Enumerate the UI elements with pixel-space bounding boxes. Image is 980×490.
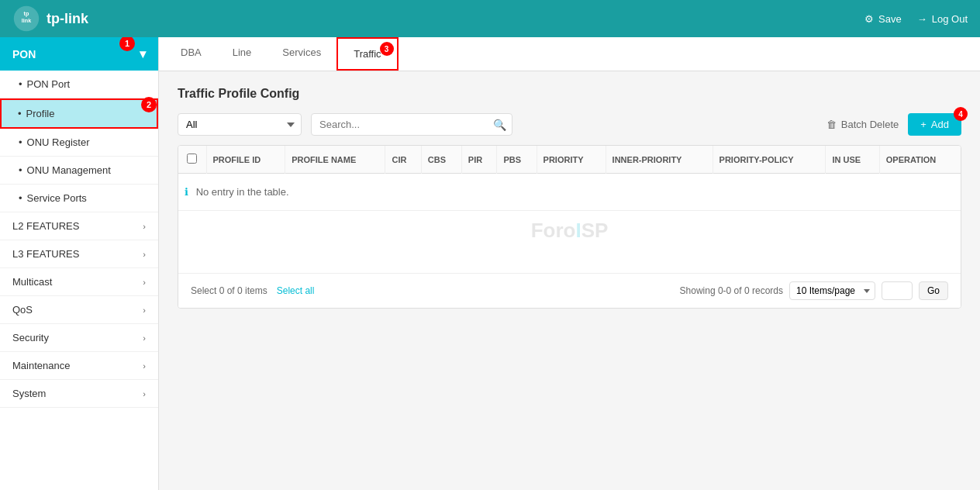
go-button[interactable]: Go bbox=[919, 281, 948, 300]
col-inner-priority: INNER-PRIORITY bbox=[606, 146, 713, 174]
batch-delete-label: Batch Delete bbox=[841, 119, 899, 130]
l2-label: L2 FEATURES bbox=[12, 220, 79, 232]
col-profile-id: PROFILE ID bbox=[206, 146, 285, 174]
profile-badge: 2 bbox=[141, 97, 157, 112]
col-in-use: IN USE bbox=[826, 146, 879, 174]
multicast-chevron: › bbox=[143, 278, 146, 287]
col-pir: PIR bbox=[461, 146, 497, 174]
col-priority-policy: PRIORITY-POLICY bbox=[713, 146, 826, 174]
header: tp link tp-link ⚙ Save → Log Out bbox=[0, 0, 980, 37]
logout-icon: → bbox=[917, 13, 927, 25]
sidebar-item-pon-port[interactable]: • PON Port bbox=[0, 71, 158, 98]
pon-label: PON bbox=[12, 48, 36, 60]
col-cbs: CBS bbox=[421, 146, 461, 174]
system-label: System bbox=[12, 388, 46, 399]
batch-delete-button[interactable]: 🗑 Batch Delete bbox=[826, 119, 899, 130]
search-icon: 🔍 bbox=[493, 119, 506, 131]
sidebar-group-maintenance[interactable]: Maintenance › bbox=[0, 352, 158, 380]
col-pbs: PBS bbox=[497, 146, 537, 174]
tab-dba[interactable]: DBA bbox=[165, 37, 217, 71]
logo: tp link tp-link bbox=[12, 5, 88, 33]
table-wrap: PROFILE ID PROFILE NAME CIR CBS PIR PBS … bbox=[178, 145, 961, 309]
col-priority: PRIORITY bbox=[537, 146, 606, 174]
data-table: PROFILE ID PROFILE NAME CIR CBS PIR PBS … bbox=[178, 146, 961, 211]
filter-select[interactable]: All bbox=[178, 113, 302, 136]
profile-dot: • bbox=[18, 108, 22, 119]
add-label: Add bbox=[931, 119, 949, 130]
security-chevron: › bbox=[143, 333, 146, 343]
layout: PON ▾ 1 • PON Port • Profile 2 • ONU Reg… bbox=[0, 37, 980, 490]
security-label: Security bbox=[12, 332, 49, 343]
sidebar-group-multicast[interactable]: Multicast › bbox=[0, 268, 158, 296]
tp-link-logo-icon: tp link bbox=[12, 5, 40, 33]
search-input[interactable] bbox=[311, 113, 512, 136]
brand-name: tp-link bbox=[47, 11, 88, 27]
plus-icon: + bbox=[920, 119, 927, 130]
trash-icon: 🗑 bbox=[826, 119, 837, 130]
onu-management-dot: • bbox=[19, 164, 22, 176]
service-ports-dot: • bbox=[19, 192, 22, 204]
maintenance-label: Maintenance bbox=[12, 360, 70, 371]
l3-label: L3 FEATURES bbox=[12, 248, 79, 260]
multicast-label: Multicast bbox=[12, 276, 52, 288]
select-count: Select 0 of 0 items bbox=[191, 285, 267, 296]
svg-text:tp: tp bbox=[24, 10, 29, 17]
col-cir: CIR bbox=[385, 146, 421, 174]
col-profile-name: PROFILE NAME bbox=[285, 146, 385, 174]
toolbar-right: 🗑 Batch Delete + Add 4 bbox=[826, 113, 961, 136]
table-empty-row: ℹ No entry in the table. bbox=[178, 174, 961, 211]
logout-button[interactable]: → Log Out bbox=[917, 13, 968, 25]
sidebar-group-l2[interactable]: L2 FEATURES › bbox=[0, 212, 158, 240]
logout-label: Log Out bbox=[932, 13, 968, 25]
save-label: Save bbox=[878, 13, 902, 25]
watermark: ForoISP bbox=[531, 219, 609, 243]
add-button[interactable]: + Add 4 bbox=[908, 113, 961, 136]
page-title: Traffic Profile Config bbox=[178, 87, 961, 101]
add-button-badge: 4 bbox=[954, 107, 968, 121]
qos-chevron: › bbox=[143, 305, 146, 315]
main-content: DBA Line Services Traffic 3 Traffic Prof… bbox=[159, 37, 980, 490]
pon-section: PON ▾ 1 bbox=[0, 37, 158, 71]
l3-chevron: › bbox=[143, 250, 146, 259]
header-actions: ⚙ Save → Log Out bbox=[864, 13, 968, 25]
maintenance-chevron: › bbox=[143, 361, 146, 371]
sidebar-item-onu-management[interactable]: • ONU Management bbox=[0, 157, 158, 185]
tab-services[interactable]: Services bbox=[267, 37, 336, 71]
sidebar-item-service-ports[interactable]: • Service Ports bbox=[0, 185, 158, 212]
items-per-page-select[interactable]: 10 Items/page 20 Items/page 50 Items/pag… bbox=[789, 281, 875, 300]
content-area: Traffic Profile Config All 🔍 🗑 Batch Del… bbox=[159, 71, 980, 490]
traffic-tab-badge: 3 bbox=[380, 42, 394, 56]
tab-traffic[interactable]: Traffic 3 bbox=[336, 37, 398, 71]
showing-label: Showing 0-0 of 0 records bbox=[680, 285, 783, 296]
info-icon: ℹ bbox=[185, 186, 188, 198]
footer-left: Select 0 of 0 items Select all bbox=[191, 285, 314, 296]
onu-management-label: ONU Management bbox=[27, 164, 111, 176]
profile-item-wrap: • Profile 2 bbox=[0, 98, 158, 129]
sidebar-group-system[interactable]: System › bbox=[0, 380, 158, 408]
service-ports-label: Service Ports bbox=[27, 192, 87, 204]
system-chevron: › bbox=[143, 389, 146, 399]
select-all-checkbox[interactable] bbox=[187, 154, 197, 164]
save-icon: ⚙ bbox=[864, 13, 874, 25]
sidebar-item-onu-register[interactable]: • ONU Register bbox=[0, 129, 158, 157]
qos-label: QoS bbox=[12, 304, 33, 316]
toolbar: All 🔍 🗑 Batch Delete + Add 4 bbox=[178, 113, 961, 136]
table-footer: Select 0 of 0 items Select all Showing 0… bbox=[178, 273, 961, 308]
select-all-link[interactable]: Select all bbox=[277, 285, 315, 296]
pon-chevron: ▾ bbox=[140, 47, 146, 61]
table-header-row: PROFILE ID PROFILE NAME CIR CBS PIR PBS … bbox=[178, 146, 961, 174]
sidebar-item-profile[interactable]: • Profile bbox=[0, 98, 158, 129]
sidebar-group-security[interactable]: Security › bbox=[0, 324, 158, 352]
page-number-input[interactable] bbox=[882, 281, 913, 300]
tab-line[interactable]: Line bbox=[217, 37, 267, 71]
svg-text:link: link bbox=[22, 17, 31, 24]
sidebar: PON ▾ 1 • PON Port • Profile 2 • ONU Reg… bbox=[0, 37, 159, 490]
sidebar-group-qos[interactable]: QoS › bbox=[0, 296, 158, 324]
save-button[interactable]: ⚙ Save bbox=[864, 13, 902, 25]
pon-port-label: PON Port bbox=[27, 78, 71, 90]
col-operation: OPERATION bbox=[879, 146, 961, 174]
onu-register-label: ONU Register bbox=[27, 136, 90, 148]
empty-message: No entry in the table. bbox=[196, 186, 289, 198]
select-all-checkbox-header[interactable] bbox=[178, 146, 206, 174]
sidebar-group-l3[interactable]: L3 FEATURES › bbox=[0, 240, 158, 268]
